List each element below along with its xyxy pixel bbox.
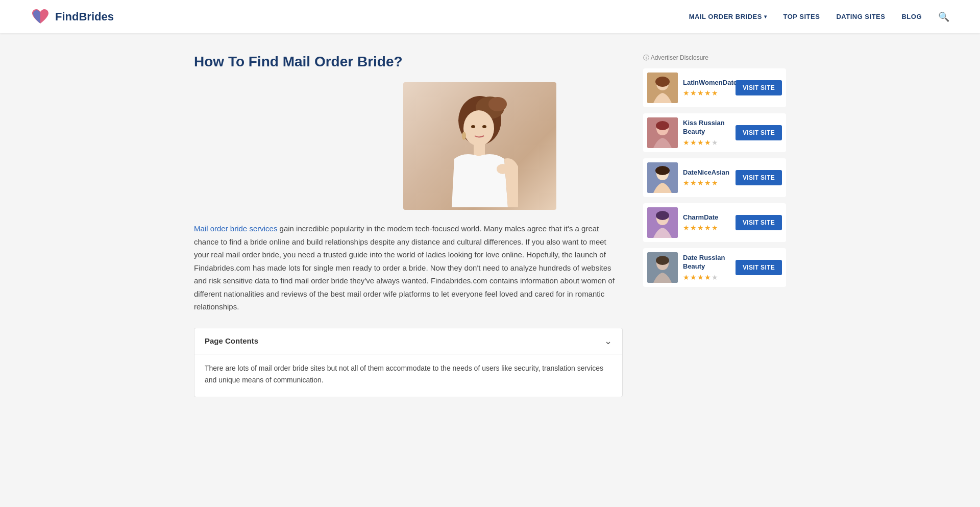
site-thumb-dateasian xyxy=(647,162,678,193)
intro-paragraph: Mail order bride services gain incredibl… xyxy=(194,222,623,313)
svg-point-7 xyxy=(482,125,486,128)
site-card-latinwomendate: LatinWomenDate ★ ★ ★ ★ ★ VISIT SITE xyxy=(643,68,786,107)
site-name-charmdate: CharmDate xyxy=(683,213,730,222)
stars-dateasian: ★ ★ ★ ★ ★ xyxy=(683,179,730,187)
svg-point-5 xyxy=(462,132,466,140)
site-thumb-latinwomendate xyxy=(647,73,678,103)
page-contents-box: Page Contents ⌄ There are lots of mail o… xyxy=(194,328,623,398)
stars-kissrussianbeauty: ★ ★ ★ ★ ★ xyxy=(683,138,730,147)
stars-charmdate: ★ ★ ★ ★ ★ xyxy=(683,224,730,232)
main-content: How To Find Mail Order Bride? xyxy=(194,54,623,412)
stars-latinwomendate: ★ ★ ★ ★ ★ xyxy=(683,89,730,97)
page-contents-title: Page Contents xyxy=(205,336,258,345)
advertiser-disclosure: ⓘ Advertiser Disclosure xyxy=(643,54,786,62)
site-thumb-kissrussianbeauty xyxy=(647,117,678,148)
page-layout: How To Find Mail Order Bride? xyxy=(184,33,796,432)
svg-point-17 xyxy=(655,166,670,175)
site-logo[interactable]: FindBrides xyxy=(31,7,114,27)
nav-mail-order-brides[interactable]: MAIL ORDER BRIDES ▾ xyxy=(689,13,767,20)
nav-top-sites[interactable]: TOP SITES xyxy=(783,13,820,20)
site-header: FindBrides MAIL ORDER BRIDES ▾ TOP SITES… xyxy=(0,0,980,33)
site-card-kissrussianbeauty: Kiss Russian Beauty ★ ★ ★ ★ ★ VISIT SITE xyxy=(643,113,786,152)
svg-point-6 xyxy=(471,125,475,128)
visit-button-latinwomendate[interactable]: VISIT SITE xyxy=(736,80,782,95)
site-card-charmdate: CharmDate ★ ★ ★ ★ ★ VISIT SITE xyxy=(643,203,786,242)
chevron-down-icon: ⌄ xyxy=(604,335,612,347)
intro-link[interactable]: Mail order bride services xyxy=(194,224,277,233)
chevron-down-icon: ▾ xyxy=(764,14,767,19)
visit-button-daterussianbeauty[interactable]: VISIT SITE xyxy=(736,260,782,275)
bride-illustration xyxy=(424,85,536,207)
site-name-latinwomendate: LatinWomenDate xyxy=(683,79,730,87)
page-contents-body: There are lots of mail order bride sites… xyxy=(194,354,622,397)
logo-text: FindBrides xyxy=(55,10,114,23)
visit-button-dateasian[interactable]: VISIT SITE xyxy=(736,170,782,185)
svg-point-8 xyxy=(497,164,509,174)
site-info-charmdate: CharmDate ★ ★ ★ ★ ★ xyxy=(683,213,730,232)
stars-daterussianbeauty: ★ ★ ★ ★ ★ xyxy=(683,273,730,281)
main-nav: MAIL ORDER BRIDES ▾ TOP SITES DATING SIT… xyxy=(689,11,949,22)
svg-point-14 xyxy=(656,121,669,130)
visit-button-charmdate[interactable]: VISIT SITE xyxy=(736,215,782,230)
logo-icon xyxy=(31,7,50,27)
svg-point-3 xyxy=(463,110,494,146)
nav-blog[interactable]: BLOG xyxy=(901,13,922,20)
site-thumb-daterussianbeauty xyxy=(647,252,678,283)
svg-point-20 xyxy=(656,211,669,220)
svg-point-11 xyxy=(655,77,670,87)
hero-image xyxy=(403,82,556,210)
site-info-kissrussianbeauty: Kiss Russian Beauty ★ ★ ★ ★ ★ xyxy=(683,119,730,147)
svg-point-23 xyxy=(656,256,669,265)
hero-image-wrapper xyxy=(260,82,556,210)
search-button[interactable]: 🔍 xyxy=(938,11,949,22)
svg-point-2 xyxy=(488,97,507,111)
site-name-kissrussianbeauty: Kiss Russian Beauty xyxy=(683,119,730,136)
site-info-dateasian: DateNiceAsian ★ ★ ★ ★ ★ xyxy=(683,168,730,187)
site-card-dateasian: DateNiceAsian ★ ★ ★ ★ ★ VISIT SITE xyxy=(643,158,786,197)
page-title: How To Find Mail Order Bride? xyxy=(194,54,623,70)
page-contents-toggle[interactable]: Page Contents ⌄ xyxy=(194,328,622,354)
nav-dating-sites[interactable]: DATING SITES xyxy=(836,13,885,20)
svg-rect-4 xyxy=(474,143,485,156)
site-info-daterussianbeauty: Date Russian Beauty ★ ★ ★ ★ ★ xyxy=(683,254,730,281)
sidebar: ⓘ Advertiser Disclosure LatinWomenDate ★ xyxy=(643,54,786,412)
site-thumb-charmdate xyxy=(647,207,678,238)
visit-button-kissrussianbeauty[interactable]: VISIT SITE xyxy=(736,125,782,140)
site-name-daterussianbeauty: Date Russian Beauty xyxy=(683,254,730,271)
site-info-latinwomendate: LatinWomenDate ★ ★ ★ ★ ★ xyxy=(683,79,730,98)
site-name-dateasian: DateNiceAsian xyxy=(683,168,730,177)
top-sites-list: LatinWomenDate ★ ★ ★ ★ ★ VISIT SITE xyxy=(643,68,786,287)
site-card-daterussianbeauty: Date Russian Beauty ★ ★ ★ ★ ★ VISIT SITE xyxy=(643,248,786,287)
